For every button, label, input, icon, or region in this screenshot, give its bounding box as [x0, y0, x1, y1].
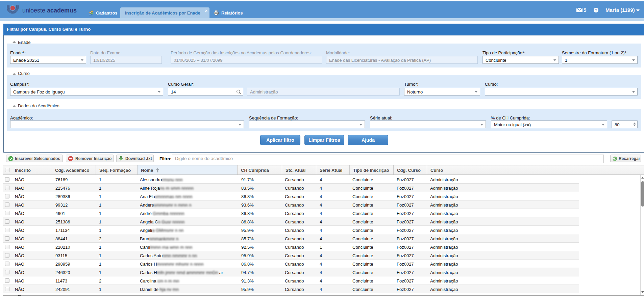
svg-text:?: ?	[595, 8, 597, 12]
